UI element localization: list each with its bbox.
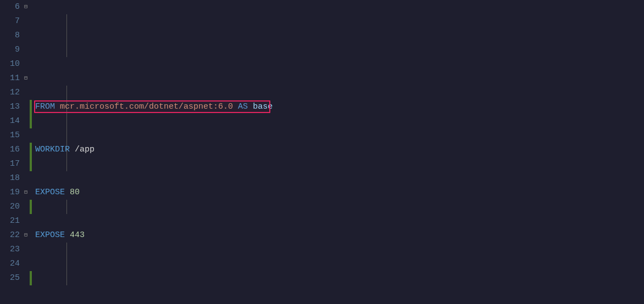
- line-number: 15: [0, 128, 20, 143]
- code-line[interactable]: FROM mcr.microsoft.com/dotnet/aspnet:6.0…: [35, 100, 644, 114]
- line-number: 18: [0, 171, 20, 185]
- code-area[interactable]: FROM mcr.microsoft.com/dotnet/aspnet:6.0…: [32, 0, 644, 304]
- code-line[interactable]: EXPOSE 443: [35, 228, 644, 243]
- fold-toggle[interactable]: ⊟: [22, 185, 30, 200]
- line-number: 12: [0, 86, 20, 100]
- fold-gutter: ⊟ ⊟ ⊟ ⊟: [22, 0, 30, 304]
- code-line[interactable]: EXPOSE 80: [35, 185, 644, 200]
- code-line[interactable]: WORKDIR /app: [35, 143, 644, 157]
- line-number: 24: [0, 257, 20, 271]
- line-number-gutter: 6 7 8 9 10 11 12 13 14 15 16 17 18 19 20…: [0, 0, 22, 304]
- fold-toggle[interactable]: ⊟: [22, 0, 30, 14]
- line-number: 17: [0, 157, 20, 171]
- code-line[interactable]: [35, 271, 644, 285]
- line-number: 16: [0, 143, 20, 157]
- line-number: 9: [0, 43, 20, 57]
- line-number: 21: [0, 214, 20, 228]
- line-number: 13: [0, 100, 20, 114]
- line-number: 23: [0, 243, 20, 257]
- line-number: 25: [0, 271, 20, 285]
- indent-guide: [66, 86, 67, 171]
- indent-guide: [66, 14, 67, 57]
- line-number: 8: [0, 29, 20, 43]
- line-number: 11: [0, 71, 20, 86]
- line-number: 20: [0, 200, 20, 214]
- code-editor[interactable]: 6 7 8 9 10 11 12 13 14 15 16 17 18 19 20…: [0, 0, 644, 304]
- line-number: 22: [0, 228, 20, 243]
- line-number: 14: [0, 114, 20, 128]
- line-number: 19: [0, 185, 20, 200]
- line-number: 10: [0, 57, 20, 71]
- fold-toggle[interactable]: ⊟: [22, 228, 30, 243]
- line-number: 6: [0, 0, 20, 14]
- indent-guide: [66, 200, 67, 214]
- line-number: 7: [0, 14, 20, 29]
- fold-toggle[interactable]: ⊟: [22, 71, 30, 86]
